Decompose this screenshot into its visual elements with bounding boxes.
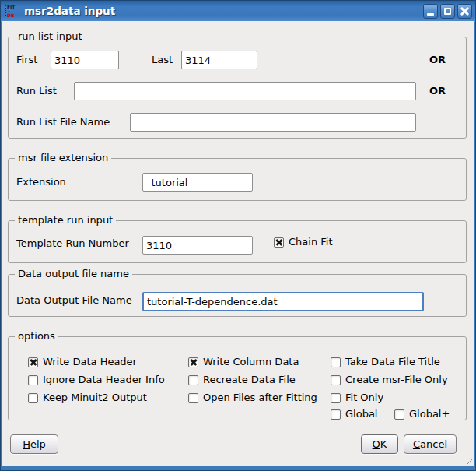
checkbox-label: Take Data File Title bbox=[345, 356, 440, 368]
chain-fit-checkbox[interactable]: Chain Fit bbox=[274, 234, 333, 250]
data-output-file-name-input[interactable] bbox=[142, 292, 424, 311]
write-column-data-checkbox[interactable]: Write Column Data bbox=[188, 354, 299, 370]
run-list-file-name-input[interactable] bbox=[130, 113, 416, 132]
ignore-data-header-info-checkbox[interactable]: Ignore Data Header Info bbox=[28, 372, 165, 388]
checkbox-label: Recreate Data File bbox=[203, 374, 296, 386]
first-label: First bbox=[16, 54, 37, 66]
checkbox-icon bbox=[331, 375, 341, 385]
checkbox-label: Global+ bbox=[409, 408, 450, 420]
group-msr-file-extension: msr file extension Extension bbox=[8, 158, 467, 201]
global-plus-checkbox[interactable]: Global+ bbox=[394, 406, 450, 422]
checkbox-icon bbox=[188, 357, 198, 367]
last-label: Last bbox=[152, 54, 173, 66]
checkbox-icon bbox=[274, 237, 284, 248]
minimize-icon[interactable] bbox=[423, 4, 438, 19]
checkbox-label: Global bbox=[345, 408, 377, 420]
or-label-2: OR bbox=[429, 85, 446, 97]
checkbox-icon bbox=[188, 393, 198, 403]
checkbox-label: Ignore Data Header Info bbox=[43, 374, 165, 386]
template-run-number-label: Template Run Number bbox=[16, 237, 129, 250]
checkbox-label: Create msr-File Only bbox=[345, 374, 448, 386]
group-title-template-run: template run input bbox=[15, 214, 116, 227]
take-data-file-title-checkbox[interactable]: Take Data File Title bbox=[331, 354, 440, 370]
checkbox-label: Fit Only bbox=[345, 392, 383, 404]
cancel-button[interactable]: Cancel bbox=[404, 434, 457, 454]
write-data-header-checkbox[interactable]: Write Data Header bbox=[28, 354, 137, 370]
extension-input[interactable] bbox=[142, 173, 253, 192]
group-data-output-file-name: Data output file name Data Output File N… bbox=[8, 274, 467, 317]
recreate-data-file-checkbox[interactable]: Recreate Data File bbox=[188, 372, 296, 388]
titlebar: FIT ↓ DB msr2data input bbox=[1, 1, 475, 22]
close-icon[interactable] bbox=[457, 4, 472, 19]
checkbox-icon bbox=[331, 357, 341, 367]
checkbox-label: Write Data Header bbox=[43, 356, 137, 368]
msr2data-app-icon: FIT ↓ DB bbox=[5, 2, 23, 19]
group-title-run-list: run list input bbox=[15, 30, 86, 43]
fit-only-checkbox[interactable]: Fit Only bbox=[331, 390, 383, 406]
first-input[interactable] bbox=[51, 51, 119, 69]
msr2data-dialog: FIT ↓ DB msr2data input run list input F… bbox=[0, 0, 476, 471]
checkbox-icon bbox=[188, 375, 198, 385]
checkbox-label: Open Files after Fitting bbox=[203, 392, 317, 404]
checkbox-label: Write Column Data bbox=[203, 356, 299, 368]
window-title: msr2data input bbox=[24, 5, 115, 17]
maximize-icon[interactable] bbox=[440, 4, 455, 19]
group-template-run-input: template run input Template Run Number C… bbox=[8, 220, 467, 263]
global-checkbox[interactable]: Global bbox=[331, 406, 377, 422]
group-title-msr-extension: msr file extension bbox=[15, 152, 111, 164]
chain-fit-label: Chain Fit bbox=[289, 236, 333, 248]
checkbox-icon bbox=[331, 393, 341, 403]
template-run-number-input[interactable] bbox=[142, 236, 253, 255]
create-msr-file-only-checkbox[interactable]: Create msr-File Only bbox=[331, 372, 448, 388]
group-title-options: options bbox=[15, 330, 58, 343]
open-files-after-fitting-checkbox[interactable]: Open Files after Fitting bbox=[188, 390, 317, 406]
group-options: options Write Data Header Ignore Data He… bbox=[8, 336, 467, 420]
keep-minuit2-output-checkbox[interactable]: Keep Minuit2 Output bbox=[28, 390, 147, 406]
group-run-list-input: run list input First Last OR Run List OR… bbox=[8, 37, 467, 139]
ok-button[interactable]: OK bbox=[361, 434, 398, 454]
checkbox-icon bbox=[394, 409, 404, 420]
extension-label: Extension bbox=[16, 176, 66, 188]
data-output-file-name-label: Data Output File Name bbox=[16, 294, 132, 307]
help-button[interactable]: Help bbox=[10, 434, 58, 454]
checkbox-icon bbox=[28, 357, 38, 367]
run-list-input[interactable] bbox=[74, 82, 416, 100]
run-list-label: Run List bbox=[16, 85, 57, 97]
or-label-1: OR bbox=[429, 54, 446, 66]
checkbox-label: Keep Minuit2 Output bbox=[43, 392, 147, 404]
checkbox-icon bbox=[28, 393, 38, 403]
checkbox-icon bbox=[331, 409, 341, 420]
run-list-file-name-label: Run List File Name bbox=[16, 116, 110, 128]
icon-text-db: DB bbox=[7, 13, 15, 18]
group-title-data-output: Data output file name bbox=[15, 268, 132, 280]
last-input[interactable] bbox=[181, 51, 257, 69]
checkbox-icon bbox=[28, 375, 38, 385]
